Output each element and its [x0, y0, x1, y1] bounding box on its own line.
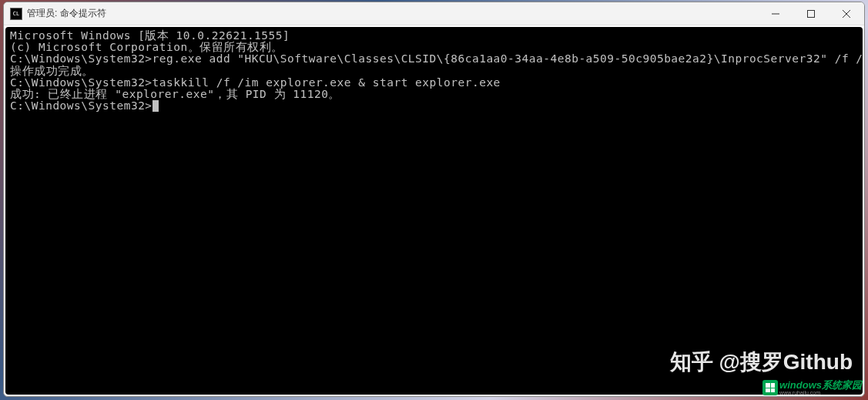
window-title: 管理员: 命令提示符 — [27, 7, 758, 20]
terminal-line: (c) Microsoft Corporation。保留所有权利。 — [10, 42, 858, 53]
maximize-button[interactable] — [793, 2, 829, 25]
terminal-prompt-line: C:\Windows\System32> — [10, 100, 858, 112]
terminal-line: 操作成功完成。 — [10, 66, 858, 77]
minimize-icon — [772, 10, 779, 18]
titlebar[interactable]: CL 管理员: 命令提示符 — [4, 2, 864, 25]
close-icon — [843, 10, 850, 18]
maximize-icon — [807, 10, 815, 18]
window-controls — [758, 2, 864, 25]
terminal-line: C:\Windows\System32>taskkill /f /im expl… — [10, 77, 858, 89]
minimize-button[interactable] — [758, 2, 793, 25]
terminal-line: 成功: 已终止进程 "explorer.exe"，其 PID 为 11120。 — [10, 89, 858, 100]
terminal-cursor — [152, 100, 159, 112]
cmd-window: CL 管理员: 命令提示符 Microsoft Windows [版本 10.0… — [3, 2, 865, 397]
cmd-icon: CL — [10, 8, 22, 20]
svg-rect-1 — [808, 10, 815, 17]
terminal-prompt: C:\Windows\System32> — [10, 99, 152, 112]
terminal-line: Microsoft Windows [版本 10.0.22621.1555] — [10, 30, 858, 42]
close-button[interactable] — [829, 2, 864, 25]
terminal-line: C:\Windows\System32>reg.exe add "HKCU\So… — [10, 53, 858, 65]
terminal-output[interactable]: Microsoft Windows [版本 10.0.22621.1555](c… — [5, 27, 863, 395]
